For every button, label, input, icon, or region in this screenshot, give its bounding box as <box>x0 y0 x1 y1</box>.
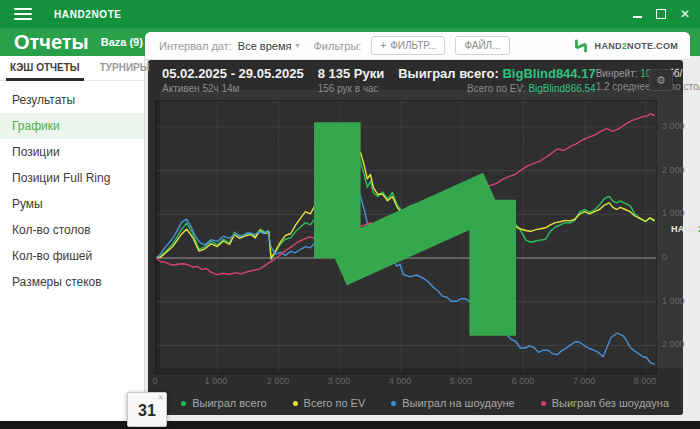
y-axis-labels: 3 0002 0001 00001 0002 000 <box>662 100 688 372</box>
sidebar-item[interactable]: Позиции <box>0 139 144 165</box>
page-title: Отчеты <box>14 29 89 55</box>
chart-legend: Выиграл всегоВсего по EVВыиграл на шоуда… <box>181 397 669 409</box>
x-tick-label: 2 000 <box>267 376 290 386</box>
legend-dot-icon <box>293 401 298 406</box>
chart-panel: 05.02.2025 - 29.05.2025 Активен 52ч 14м … <box>148 60 683 415</box>
legend-label: Выиграл без шоудауна <box>552 397 669 409</box>
legend-item[interactable]: Всего по EV <box>293 397 366 409</box>
y-tick-label: 3 000 <box>662 121 685 131</box>
date-range: 05.02.2025 - 29.05.2025 <box>162 66 304 81</box>
x-axis-labels: 01 0002 0003 0004 0005 0006 0007 0008 00… <box>155 376 655 388</box>
x-tick-label: 7 000 <box>573 376 596 386</box>
y-tick-label: 1 000 <box>662 296 685 306</box>
add-filter-button[interactable]: + ФИЛЬТР... <box>371 36 445 55</box>
database-name: Baza (9) <box>101 36 143 48</box>
sidebar-item[interactable]: Кол-во фишей <box>0 243 144 269</box>
won-total-value: BigBlind844.17 <box>502 66 595 81</box>
y-tick-label: 0 <box>662 252 667 262</box>
x-tick-label: 0 <box>152 376 157 386</box>
filters-label: Фильтры: <box>313 40 361 52</box>
h2n-logo-icon <box>573 38 589 54</box>
content-card: Интервал дат: Все время ▾ Фильтры: + ФИЛ… <box>145 32 690 421</box>
sidebar: КЭШ ОТЧЕТЫТУРНИРЫ РезультатыГрафикиПозиц… <box>0 56 145 421</box>
legend-dot-icon <box>391 401 396 406</box>
hands-count: 8 135 Руки <box>318 66 385 81</box>
x-tick-label: 4 000 <box>389 376 412 386</box>
app-title: HAND2NOTE <box>54 9 122 20</box>
minimize-icon[interactable] <box>633 16 642 18</box>
legend-label: Выиграл на шоудауне <box>402 397 514 409</box>
chevron-down-icon: ▾ <box>295 41 299 50</box>
x-tick-label: 6 000 <box>512 376 535 386</box>
app-window: HAND2NOTE ✕ Отчеты Baza (9) ▾ Интервал д… <box>0 0 700 429</box>
legend-dot-icon <box>181 401 186 406</box>
y-tick-label: 1 000 <box>662 208 685 218</box>
gear-icon[interactable]: ⚙ <box>649 69 673 91</box>
legend-item[interactable]: Выиграл всего <box>181 397 266 409</box>
y-tick-label: 2 000 <box>662 339 685 349</box>
sidebar-tab[interactable]: КЭШ ОТЧЕТЫ <box>0 56 90 80</box>
maximize-icon[interactable] <box>656 9 666 19</box>
sidebar-tab[interactable]: ТУРНИРЫ <box>90 56 160 80</box>
x-tick-label: 1 000 <box>205 376 228 386</box>
database-selector[interactable]: Baza (9) ▾ <box>101 36 150 48</box>
winrate-stat: Винрейт: 10.38 бб/100 1.2 среднее число … <box>596 68 700 92</box>
window-controls: ✕ <box>633 0 690 28</box>
watermark: HAND2NOTE.COM <box>160 90 700 368</box>
plot-area: HAND2NOTE.COM <box>155 100 657 374</box>
won-total-label: Выиграл всего: <box>398 66 499 81</box>
close-icon[interactable]: ✕ <box>680 8 690 20</box>
bottom-strip <box>0 421 700 429</box>
sidebar-items: РезультатыГрафикиПозицииПозиции Full Rin… <box>0 87 144 295</box>
sidebar-item[interactable]: Румы <box>0 191 144 217</box>
legend-item[interactable]: Выиграл без шоудауна <box>541 397 669 409</box>
interval-value: Все время <box>238 40 292 52</box>
menu-icon[interactable] <box>14 8 32 20</box>
plus-icon: + <box>380 40 386 51</box>
app-topbar: HAND2NOTE ✕ <box>0 0 700 28</box>
x-tick-label: 8 000 <box>634 376 657 386</box>
sidebar-item[interactable]: Размеры стеков <box>0 269 144 295</box>
calendar-day-badge[interactable]: ✕ 31 <box>127 392 167 427</box>
x-tick-label: 3 000 <box>328 376 351 386</box>
legend-label: Всего по EV <box>304 397 366 409</box>
sidebar-item[interactable]: Результаты <box>0 87 144 113</box>
toolbar: Интервал дат: Все время ▾ Фильтры: + ФИЛ… <box>145 32 690 60</box>
sidebar-item[interactable]: Кол-во столов <box>0 217 144 243</box>
legend-item[interactable]: Выиграл на шоудауне <box>391 397 514 409</box>
hand2note-logo[interactable]: HAND2NOTE.COM <box>573 32 678 59</box>
file-button[interactable]: ФАЙЛ... <box>455 36 509 55</box>
x-tick-label: 5 000 <box>450 376 473 386</box>
sidebar-item[interactable]: Позиции Full Ring <box>0 165 144 191</box>
close-icon[interactable]: ✕ <box>157 393 164 402</box>
interval-label: Интервал дат: <box>159 40 232 52</box>
winrate-label: Винрейт: <box>596 68 638 79</box>
interval-selector[interactable]: Все время ▾ <box>238 40 300 52</box>
legend-dot-icon <box>541 401 546 406</box>
sidebar-tabs: КЭШ ОТЧЕТЫТУРНИРЫ <box>0 56 144 81</box>
y-tick-label: 2 000 <box>662 165 685 175</box>
legend-label: Выиграл всего <box>192 397 266 409</box>
sidebar-item[interactable]: Графики <box>0 113 144 139</box>
badge-number: 31 <box>128 402 166 420</box>
h2n-logo-icon <box>165 93 665 365</box>
